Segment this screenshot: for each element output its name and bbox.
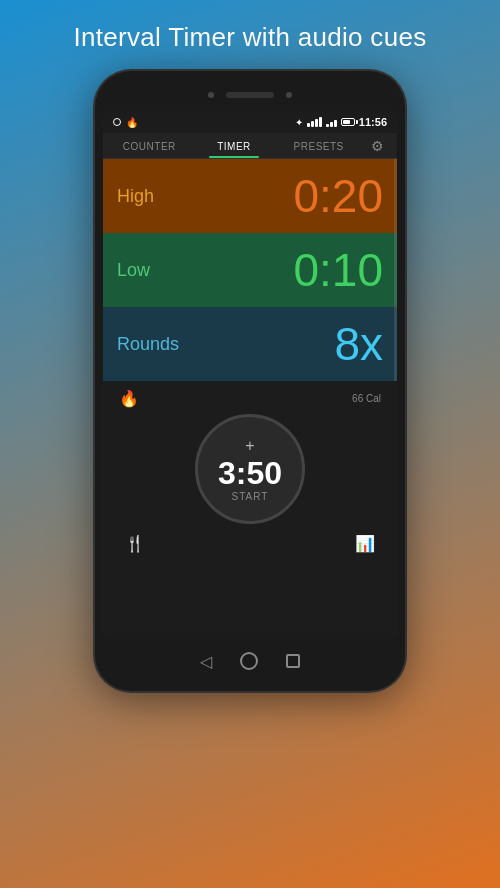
scroll-hint-low [394,233,397,307]
back-button[interactable]: ◁ [200,652,212,671]
battery-fill [343,120,350,124]
low-value: 0:10 [293,243,383,297]
tab-timer[interactable]: TIMER [192,133,277,158]
calories-fire-icon: 🔥 [119,389,139,408]
timer-display: 3:50 [218,457,282,489]
calories-row: 🔥 66 Cal [115,387,385,410]
battery-icon [341,118,355,126]
status-right-icons: ✦ 11:56 [295,116,387,128]
interval-section: High 0:20 Low 0:10 Rounds 8x 🔥 66 Cal [103,159,397,639]
calories-value: 66 Cal [352,393,381,404]
wifi-bar-4 [319,117,322,127]
header-text-container: Interval Timer with audio cues [54,0,447,71]
tab-counter[interactable]: COUNTER [107,133,192,158]
wifi-bar-3 [315,119,318,127]
timer-start-label: START [232,491,269,502]
fire-status-icon: 🔥 [126,117,138,128]
sensor-dot [286,92,292,98]
tab-presets[interactable]: PRESETS [276,133,361,158]
timer-plus-icon: + [245,437,254,455]
wifi-icon [307,117,322,127]
status-bar: 🔥 ✦ 11:56 [103,111,397,133]
phone-bottom-nav: ◁ [103,643,397,679]
interval-row-rounds[interactable]: Rounds 8x [103,307,397,381]
interval-row-high[interactable]: High 0:20 [103,159,397,233]
wifi-bar-2 [311,121,314,127]
high-value: 0:20 [293,169,383,223]
wifi-bar-1 [307,123,310,127]
scroll-hint-rounds [394,307,397,381]
phone-screen: 🔥 ✦ 11:56 [103,111,397,639]
settings-button[interactable]: ⚙ [361,134,393,158]
high-label: High [117,186,154,207]
speaker-bar [226,92,274,98]
bottom-icons-row: 🍴 📊 [115,528,385,555]
phone-top-bar [103,83,397,107]
utensils-icon: 🍴 [125,534,145,553]
bluetooth-icon: ✦ [295,117,303,128]
home-button[interactable] [240,652,258,670]
status-time: 11:56 [359,116,387,128]
signal-icon [326,117,337,127]
rounds-label: Rounds [117,334,179,355]
camera-dot [208,92,214,98]
chart-icon: 📊 [355,534,375,553]
timer-circle[interactable]: + 3:50 START [195,414,305,524]
sig-bar-1 [326,124,329,127]
app-headline: Interval Timer with audio cues [54,0,447,71]
circle-status-icon [113,118,121,126]
recent-button[interactable] [286,654,300,668]
scroll-hint-high [394,159,397,233]
status-left-icons: 🔥 [113,117,138,128]
interval-row-low[interactable]: Low 0:10 [103,233,397,307]
low-label: Low [117,260,150,281]
nav-tabs: COUNTER TIMER PRESETS ⚙ [103,133,397,159]
phone-shell: 🔥 ✦ 11:56 [95,71,405,691]
sig-bar-2 [330,122,333,127]
bottom-section: 🔥 66 Cal + 3:50 START 🍴 📊 [103,381,397,563]
sig-bar-3 [334,120,337,127]
rounds-value: 8x [334,317,383,371]
